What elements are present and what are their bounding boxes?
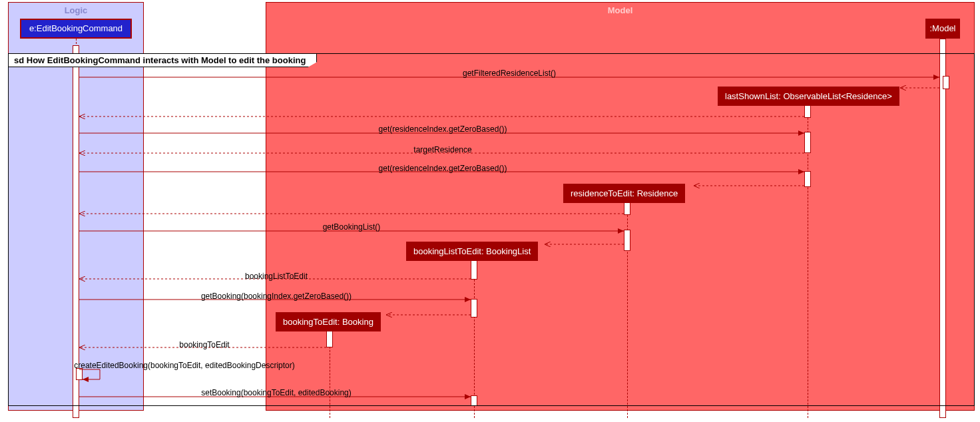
logic-box-title: Logic <box>9 5 143 15</box>
object-residencetoedit: residenceToEdit: Residence <box>563 184 685 203</box>
model-head: :Model <box>925 19 960 39</box>
msg-getbooking: getBooking(bookingIndex.getZeroBased()) <box>201 292 352 301</box>
msg-createeditedbooking: createEditedBooking(bookingToEdit, edite… <box>74 361 295 370</box>
activation-residencetoedit-2 <box>624 230 630 251</box>
object-bookinglisttoedit: bookingListToEdit: BookingList <box>406 242 538 261</box>
msg-get1: get(residenceIndex.getZeroBased()) <box>379 124 507 134</box>
activation-bookinglist-2 <box>471 299 477 317</box>
object-lastshownlist: lastShownList: ObservableList<Residence> <box>718 87 899 106</box>
activation-lastshownlist-2 <box>804 132 811 153</box>
msg-return-bookinglist: bookingListToEdit <box>245 272 308 281</box>
activation-bookinglist-1 <box>471 260 477 280</box>
activation-lastshownlist-1 <box>804 105 811 118</box>
model-group-box: Model <box>266 2 975 411</box>
object-bookingtoedit: bookingToEdit: Booking <box>276 312 381 331</box>
activation-model-main <box>939 39 946 418</box>
model-box-title: Model <box>266 5 974 15</box>
activation-lastshownlist-3 <box>804 171 811 187</box>
msg-get2: get(residenceIndex.getZeroBased()) <box>379 164 507 173</box>
activation-model-call <box>943 76 949 89</box>
lifeline-bookinglisttoedit <box>474 260 475 418</box>
edit-booking-command-head: e:EditBookingCommand <box>20 19 132 39</box>
msg-setbooking: setBooking(bookingToEdit, editedBooking) <box>201 388 351 397</box>
msg-getbookinglist: getBookingList() <box>323 222 381 232</box>
msg-return-bookingtoedit: bookingToEdit <box>179 340 229 349</box>
activation-bookingtoedit <box>326 330 333 347</box>
activation-bookinglist-3 <box>471 395 477 406</box>
msg-targetresidence: targetResidence <box>413 145 471 154</box>
msg-getfilteredresidencelist: getFilteredResidenceList() <box>463 69 556 78</box>
activation-residencetoedit-1 <box>624 202 630 215</box>
